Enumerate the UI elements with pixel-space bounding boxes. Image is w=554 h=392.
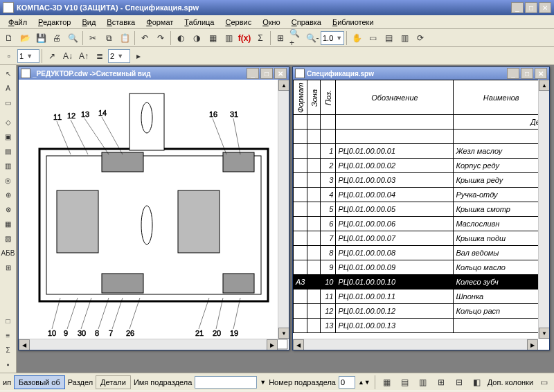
hscrollbar[interactable]: ◀▶ xyxy=(293,339,538,350)
menu-библиотеки[interactable]: Библиотеки xyxy=(327,17,379,28)
cut-icon[interactable]: ✂ xyxy=(85,30,100,46)
tool-icon[interactable]: ▦ xyxy=(1,217,15,231)
tool-icon[interactable]: ◧ xyxy=(470,375,485,390)
zoom-in-icon[interactable]: 🔍+ xyxy=(289,30,304,46)
tool-icon[interactable]: ▫ xyxy=(1,48,17,64)
tool-icon[interactable]: ▭ xyxy=(365,30,380,46)
tool-icon[interactable]: ▤ xyxy=(381,30,396,46)
win-minimize-button[interactable]: _ xyxy=(247,68,259,79)
tool-icon[interactable]: ▣ xyxy=(1,130,15,143)
tool-icon[interactable]: ▦ xyxy=(205,30,220,46)
drawing-canvas[interactable]: 11 12 13 14 16 31 10 9 30 8 7 26 21 20 1… xyxy=(19,80,289,350)
minimize-button[interactable]: _ xyxy=(511,2,524,13)
tool-icon[interactable]: ≡ xyxy=(1,328,15,342)
spec-table[interactable]: Формат Зона Поз. Обозначение Наименов Де… xyxy=(293,80,549,333)
table-row[interactable]: 1РЦ0.01.00.00.01Жезл маслоу xyxy=(294,144,549,159)
table-row[interactable]: 5РЦ0.01.00.00.05Крышка смотр xyxy=(294,202,549,217)
tool-icon[interactable]: ≣ xyxy=(92,48,107,64)
tool-icon[interactable]: ◐ xyxy=(173,30,188,46)
table-row[interactable]: 11РЦ0.01.00.00.11Шпонка xyxy=(294,289,549,304)
save-icon[interactable]: 💾 xyxy=(33,30,48,46)
num-combo-2[interactable]: 2▼ xyxy=(108,49,130,63)
fx-icon[interactable]: f(x) xyxy=(237,30,252,46)
win-close-button[interactable]: ✕ xyxy=(535,68,547,79)
win-maximize-button[interactable]: □ xyxy=(260,68,273,79)
cursor-icon[interactable]: ↖ xyxy=(1,66,15,80)
undo-icon[interactable]: ↶ xyxy=(137,30,152,46)
win-maximize-button[interactable]: □ xyxy=(521,68,533,79)
tool-icon[interactable]: ▥ xyxy=(1,159,15,172)
vscrollbar[interactable]: ▲▼ xyxy=(278,80,289,339)
table-row[interactable]: 9РЦ0.01.00.00.09Кольцо масло xyxy=(294,260,549,275)
open-icon[interactable]: 📂 xyxy=(17,30,33,46)
pan-icon[interactable]: ✋ xyxy=(349,30,364,46)
tool-icon[interactable]: ↗ xyxy=(44,48,60,64)
table-row[interactable]: 8РЦ0.01.00.00.08Вал ведомы xyxy=(294,246,549,260)
menu-вставка[interactable]: Вставка xyxy=(101,17,141,28)
text-abc-icon[interactable]: АБВ xyxy=(1,246,15,260)
tool-icon[interactable]: ▥ xyxy=(397,30,412,46)
maximize-button[interactable]: □ xyxy=(525,2,537,13)
tool-icon[interactable]: ◎ xyxy=(1,173,15,187)
copy-icon[interactable]: ⧉ xyxy=(101,30,116,46)
refresh-icon[interactable]: ⟳ xyxy=(413,30,428,46)
zoom-out-icon[interactable]: 🔍- xyxy=(305,30,320,46)
tool-icon[interactable]: ⊕ xyxy=(1,188,15,202)
win-close-button[interactable]: ✕ xyxy=(274,68,287,79)
menu-вид[interactable]: Вид xyxy=(76,17,101,28)
redo-icon[interactable]: ↷ xyxy=(153,30,168,46)
menu-сервис[interactable]: Сервис xyxy=(220,17,257,28)
tool-icon[interactable]: ▭ xyxy=(536,375,551,390)
grid-icon[interactable]: ▥ xyxy=(416,375,431,390)
menu-формат[interactable]: Формат xyxy=(141,17,179,28)
tool-icon[interactable]: A↓ xyxy=(60,48,75,64)
details-button[interactable]: Детали xyxy=(96,375,131,389)
new-icon[interactable]: 🗋 xyxy=(1,30,17,46)
win-minimize-button[interactable]: _ xyxy=(507,68,519,79)
tool-icon[interactable]: ▧ xyxy=(1,231,15,245)
menu-редактор[interactable]: Редактор xyxy=(33,17,76,28)
print-icon[interactable]: 🖨 xyxy=(49,30,64,46)
menu-справка[interactable]: Справка xyxy=(286,17,327,28)
table-row[interactable]: A310РЦ0.01.00.00.10Колесо зубч xyxy=(294,275,549,289)
base-object-button[interactable]: Базовый об xyxy=(14,375,65,389)
tool-icon[interactable]: ⊗ xyxy=(1,202,15,216)
paste-icon[interactable]: 📋 xyxy=(117,30,132,46)
tool-icon[interactable]: ◑ xyxy=(189,30,204,46)
menu-таблица[interactable]: Таблица xyxy=(179,17,220,28)
table-row[interactable]: 3РЦ0.01.00.00.03Крышка реду xyxy=(294,173,549,188)
menu-файл[interactable]: Файл xyxy=(3,17,33,28)
table-row[interactable]: 7РЦ0.01.00.00.07Крышка подш xyxy=(294,231,549,246)
preview-icon[interactable]: 🔍 xyxy=(65,30,80,46)
table-row[interactable]: 6РЦ0.01.00.00.06Маслосливн xyxy=(294,217,549,231)
table-row[interactable]: 2РЦ0.01.00.00.02Корпус реду xyxy=(294,159,549,173)
tool-icon[interactable]: ▤ xyxy=(1,144,15,158)
hscrollbar[interactable]: ◀▶ xyxy=(19,339,278,350)
sigma-icon[interactable]: Σ xyxy=(1,343,15,357)
table-row[interactable]: 12РЦ0.01.00.00.12Кольцо расп xyxy=(294,304,549,319)
num-combo-1[interactable]: 1▼ xyxy=(17,49,39,63)
tool-icon[interactable]: ▸ xyxy=(131,48,146,64)
table-row[interactable]: 13РЦ0.01.00.00.13 xyxy=(294,319,549,333)
zoom-combo[interactable]: 1.0 ▼ xyxy=(321,31,344,45)
tool-icon[interactable]: ◇ xyxy=(1,115,15,129)
tool-icon[interactable]: ⊞ xyxy=(1,260,15,274)
subsection-num-input[interactable] xyxy=(339,376,355,389)
subsection-name-input[interactable] xyxy=(195,376,257,389)
vscrollbar[interactable]: ▲▼ xyxy=(538,80,549,339)
tool-icon[interactable]: ▪ xyxy=(1,357,15,371)
tool-icon[interactable]: ▭ xyxy=(1,96,15,109)
text-icon[interactable]: A xyxy=(1,81,15,95)
zoom-fit-icon[interactable]: ⊞ xyxy=(273,30,288,46)
sigma-icon[interactable]: Σ xyxy=(253,30,268,46)
tool-icon[interactable]: A↑ xyxy=(76,48,91,64)
close-button[interactable]: ✕ xyxy=(539,2,551,13)
tool-icon[interactable]: ⊟ xyxy=(452,375,467,390)
tool-icon[interactable]: □ xyxy=(1,314,15,328)
menu-окно[interactable]: Окно xyxy=(257,17,286,28)
tool-icon[interactable]: ⊞ xyxy=(434,375,449,390)
grid-icon[interactable]: ▤ xyxy=(397,375,413,390)
grid-icon[interactable]: ▦ xyxy=(379,375,395,390)
table-row[interactable]: 4РЦ0.01.00.00.04Ручка-отду xyxy=(294,188,549,202)
tool-icon[interactable]: ▥ xyxy=(221,30,236,46)
